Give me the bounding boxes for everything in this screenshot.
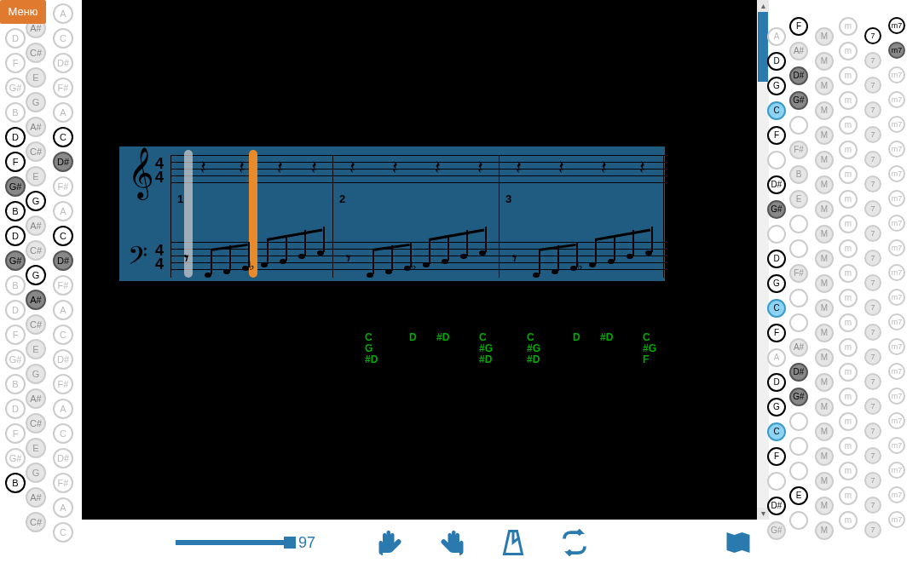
key-button[interactable]: M — [815, 521, 834, 540]
key-button[interactable] — [767, 225, 786, 244]
key-button[interactable]: m — [839, 116, 858, 135]
key-button[interactable]: D — [767, 373, 786, 392]
key-button[interactable]: 7 — [864, 497, 881, 514]
key-button[interactable]: 7 — [864, 225, 881, 242]
menu-button[interactable]: Меню — [0, 0, 46, 24]
key-button[interactable] — [789, 511, 808, 530]
key-button[interactable]: 7 — [864, 299, 881, 316]
key-button[interactable]: m — [839, 511, 858, 530]
key-button[interactable]: m7 — [888, 42, 905, 59]
key-button[interactable]: m7 — [888, 190, 905, 207]
key-button[interactable]: A — [53, 497, 73, 518]
key-button[interactable]: A# — [26, 290, 46, 310]
key-button[interactable]: 7 — [864, 398, 881, 415]
key-button[interactable]: m7 — [888, 511, 905, 528]
key-button[interactable]: D# — [789, 363, 808, 382]
key-button[interactable]: C# — [26, 314, 46, 335]
key-button[interactable]: 7 — [864, 373, 881, 390]
key-button[interactable]: C — [53, 226, 73, 246]
key-button[interactable]: m — [839, 462, 858, 480]
key-button[interactable]: A# — [26, 215, 46, 236]
key-button[interactable]: E — [26, 67, 46, 88]
key-button[interactable]: M — [815, 175, 834, 194]
key-button[interactable]: M — [815, 151, 834, 169]
key-button[interactable]: F — [767, 447, 786, 466]
key-button[interactable]: D# — [53, 152, 73, 172]
key-button[interactable]: D# — [767, 175, 786, 194]
key-button[interactable]: m7 — [888, 264, 905, 281]
key-button[interactable]: m — [839, 66, 858, 85]
key-button[interactable]: M — [815, 447, 834, 466]
key-button[interactable]: C — [767, 422, 786, 441]
playback-cursor-grey[interactable] — [184, 150, 193, 278]
key-button[interactable]: m — [839, 165, 858, 184]
key-button[interactable]: 7 — [864, 521, 881, 538]
key-button[interactable] — [789, 462, 808, 480]
key-button[interactable]: M — [815, 497, 834, 515]
key-button[interactable]: m7 — [888, 17, 905, 34]
key-button[interactable]: m — [839, 215, 858, 233]
key-button[interactable]: F# — [53, 374, 73, 394]
hand-right-icon[interactable] — [436, 527, 467, 558]
key-button[interactable]: G — [26, 364, 46, 384]
key-button[interactable] — [789, 412, 808, 431]
key-button[interactable]: M — [815, 299, 834, 318]
key-button[interactable]: M — [815, 324, 834, 342]
key-button[interactable]: G# — [5, 349, 26, 370]
key-button[interactable]: B — [5, 275, 26, 296]
key-button[interactable]: F# — [53, 176, 73, 197]
key-button[interactable]: m7 — [888, 91, 905, 108]
key-button[interactable]: G# — [767, 200, 786, 219]
key-button[interactable]: G — [26, 462, 46, 483]
key-button[interactable]: m — [839, 338, 858, 357]
key-button[interactable]: 7 — [864, 422, 881, 439]
key-button[interactable]: D# — [53, 448, 73, 468]
key-button[interactable]: C# — [26, 43, 46, 63]
key-button[interactable]: m — [839, 239, 858, 258]
key-button[interactable]: D# — [53, 250, 73, 271]
key-button[interactable]: 7 — [864, 52, 881, 69]
key-button[interactable]: G — [26, 265, 46, 285]
key-button[interactable]: B — [789, 165, 808, 184]
key-button[interactable]: A — [53, 201, 73, 221]
key-button[interactable]: m7 — [888, 437, 905, 454]
key-button[interactable]: m — [839, 17, 858, 36]
key-button[interactable]: E — [26, 438, 46, 458]
key-button[interactable]: 7 — [864, 324, 881, 341]
key-button[interactable] — [767, 472, 786, 491]
hand-left-icon[interactable] — [375, 527, 406, 558]
key-button[interactable]: 7 — [864, 77, 881, 94]
key-button[interactable]: M — [815, 77, 834, 95]
key-button[interactable]: m — [839, 363, 858, 382]
key-button[interactable]: 7 — [864, 126, 881, 143]
key-button[interactable]: C — [53, 28, 73, 49]
key-button[interactable]: D — [5, 127, 26, 147]
key-button[interactable]: 7 — [864, 274, 881, 291]
key-button[interactable]: M — [815, 274, 834, 293]
key-button[interactable]: 7 — [864, 250, 881, 267]
key-button[interactable]: A — [53, 3, 73, 24]
key-button[interactable]: F# — [53, 275, 73, 296]
key-button[interactable] — [789, 289, 808, 307]
key-button[interactable]: C — [53, 127, 73, 147]
loop-icon[interactable] — [559, 527, 590, 558]
key-button[interactable]: G# — [789, 388, 808, 406]
key-button[interactable]: m7 — [888, 116, 905, 133]
key-button[interactable]: B — [5, 473, 26, 493]
key-button[interactable]: G — [26, 92, 46, 112]
key-button[interactable]: G — [767, 274, 786, 293]
key-button[interactable]: A# — [789, 42, 808, 60]
key-button[interactable]: F — [5, 423, 26, 444]
key-button[interactable]: M — [815, 27, 834, 46]
key-button[interactable]: m — [839, 42, 858, 60]
key-button[interactable]: A# — [26, 117, 46, 137]
key-button[interactable]: F# — [53, 473, 73, 493]
key-button[interactable]: m7 — [888, 388, 905, 405]
key-button[interactable]: C# — [26, 240, 46, 261]
key-button[interactable]: D — [5, 226, 26, 246]
key-button[interactable]: F# — [53, 78, 73, 98]
key-button[interactable]: 7 — [864, 472, 881, 489]
key-button[interactable]: E — [26, 339, 46, 359]
key-button[interactable]: C# — [26, 512, 46, 532]
key-button[interactable]: m7 — [888, 338, 905, 355]
